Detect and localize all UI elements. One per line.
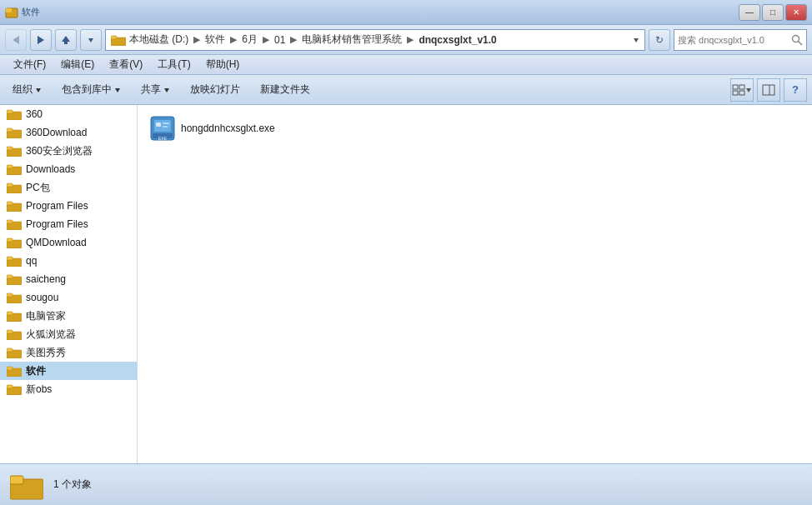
- svg-rect-15: [733, 85, 738, 89]
- svg-marker-14: [164, 88, 169, 92]
- sidebar-item-qq[interactable]: qq: [0, 252, 137, 270]
- window-icon: [5, 6, 18, 19]
- sidebar-item-pcguanjia[interactable]: 电脑管家: [0, 307, 137, 325]
- folder-icon: [7, 145, 22, 157]
- organize-dropdown-icon: [35, 87, 42, 93]
- help-button[interactable]: ?: [784, 78, 807, 102]
- slideshow-button[interactable]: 放映幻灯片: [183, 78, 248, 102]
- sidebar-item-sougou[interactable]: sougou: [0, 288, 137, 307]
- svg-rect-31: [7, 183, 13, 187]
- folder-icon: [7, 218, 22, 230]
- folder-icon-selected: [7, 365, 22, 377]
- svg-marker-4: [62, 36, 70, 42]
- svg-rect-33: [7, 202, 13, 205]
- sidebar-item-label: sougou: [26, 292, 58, 303]
- svg-rect-20: [763, 85, 774, 95]
- forward-button[interactable]: [30, 29, 52, 51]
- sidebar-item-software[interactable]: 软件: [0, 362, 137, 380]
- search-box[interactable]: [674, 29, 807, 51]
- svg-line-11: [799, 41, 803, 45]
- breadcrumb-dropdown-icon[interactable]: [633, 35, 639, 45]
- menu-help[interactable]: 帮助(H): [199, 57, 247, 73]
- sidebar-item-qmdownload[interactable]: QMDownload: [0, 233, 137, 252]
- sidebar-item-saicheng[interactable]: saicheng: [0, 270, 137, 288]
- preview-pane-button[interactable]: [757, 78, 780, 102]
- breadcrumb-part: 6月: [242, 32, 258, 47]
- svg-rect-53: [7, 385, 13, 388]
- sidebar-item-360download[interactable]: 360Download: [0, 123, 137, 142]
- svg-marker-12: [36, 88, 41, 92]
- status-bar: 1 个对象: [0, 463, 812, 505]
- sidebar-item-meitu[interactable]: 美图秀秀: [0, 343, 137, 362]
- breadcrumb-part: 软件: [205, 32, 225, 47]
- svg-marker-3: [38, 36, 44, 44]
- search-input[interactable]: [678, 35, 791, 45]
- sidebar-item-pc[interactable]: PC包: [0, 178, 137, 197]
- svg-rect-45: [7, 312, 13, 315]
- svg-rect-47: [7, 330, 13, 333]
- up-button[interactable]: [55, 29, 77, 51]
- breadcrumb-current: dnqcxsglxt_v1.0: [419, 34, 496, 46]
- sidebar-item-label: 360Download: [26, 127, 87, 138]
- svg-rect-5: [64, 42, 68, 44]
- file-item-exe[interactable]: EXE hongddnhcxsglxt.exe: [144, 112, 294, 145]
- sidebar[interactable]: 360 360Download 360安全浏览器 Downloads: [0, 105, 138, 463]
- search-icon: [791, 34, 803, 46]
- nav-bar: 本地磁盘 (D:) ▶ 软件 ▶ 6月 ▶ 01 ▶ 电脑耗材销售管理系统 ▶ …: [0, 25, 812, 55]
- sidebar-item-360browser[interactable]: 360安全浏览器: [0, 142, 137, 160]
- folder-icon: [7, 347, 22, 358]
- view-options-button[interactable]: [730, 78, 754, 102]
- share-dropdown-icon: [163, 87, 170, 93]
- recent-button[interactable]: [80, 29, 102, 51]
- sidebar-item-downloads[interactable]: Downloads: [0, 160, 137, 178]
- address-folder-icon: [111, 34, 126, 46]
- sidebar-item-programfiles1[interactable]: Program Files: [0, 197, 137, 215]
- share-button[interactable]: 共享: [133, 78, 178, 102]
- svg-rect-25: [7, 128, 13, 132]
- maximize-button[interactable]: □: [762, 4, 784, 21]
- title-bar-controls: — □ ✕: [739, 4, 807, 21]
- svg-rect-37: [7, 238, 13, 242]
- include-library-button[interactable]: 包含到库中: [54, 78, 128, 102]
- svg-rect-35: [7, 220, 13, 223]
- include-dropdown-icon: [114, 87, 121, 93]
- minimize-button[interactable]: —: [739, 4, 760, 21]
- folder-icon: [7, 310, 22, 322]
- main-area: 360 360Download 360安全浏览器 Downloads: [0, 105, 812, 463]
- svg-rect-43: [7, 293, 13, 297]
- status-text: 1 个对象: [53, 478, 92, 492]
- back-button[interactable]: [5, 29, 27, 51]
- sidebar-item-label: 电脑管家: [26, 309, 66, 323]
- title-bar-left: 软件: [5, 6, 40, 19]
- svg-marker-9: [634, 38, 639, 42]
- sidebar-item-programfiles2[interactable]: Program Files: [0, 215, 137, 233]
- svg-rect-58: [156, 122, 161, 127]
- help-icon: ?: [792, 83, 799, 96]
- menu-file[interactable]: 文件(F): [7, 57, 53, 73]
- svg-rect-23: [7, 110, 13, 113]
- view-dropdown-icon: [745, 87, 752, 93]
- close-button[interactable]: ✕: [785, 4, 807, 21]
- sidebar-item-label: 新obs: [26, 382, 52, 397]
- sidebar-item-label: 火狐浏览器: [26, 328, 76, 342]
- preview-pane-icon: [762, 84, 775, 96]
- sidebar-item-label: Downloads: [26, 163, 75, 175]
- refresh-button[interactable]: ↻: [649, 29, 670, 51]
- sidebar-item-firefox[interactable]: 火狐浏览器: [0, 325, 137, 343]
- file-area[interactable]: EXE hongddnhcxsglxt.exe: [138, 105, 812, 463]
- menu-edit[interactable]: 编辑(E): [54, 57, 101, 73]
- menu-tools[interactable]: 工具(T): [151, 57, 197, 73]
- sidebar-item-label: 360: [26, 108, 43, 120]
- folder-icon: [7, 163, 22, 175]
- toolbar: 组织 包含到库中 共享 放映幻灯片 新建文件夹: [0, 75, 812, 105]
- address-bar[interactable]: 本地磁盘 (D:) ▶ 软件 ▶ 6月 ▶ 01 ▶ 电脑耗材销售管理系统 ▶ …: [105, 29, 645, 51]
- svg-rect-62: [10, 476, 23, 484]
- folder-icon: [7, 200, 22, 212]
- organize-button[interactable]: 组织: [5, 78, 49, 102]
- sidebar-item-newobs[interactable]: 新obs: [0, 380, 137, 398]
- svg-marker-13: [115, 88, 120, 92]
- menu-view[interactable]: 查看(V): [103, 57, 149, 73]
- sidebar-item-360[interactable]: 360: [0, 105, 137, 123]
- new-folder-button[interactable]: 新建文件夹: [253, 78, 318, 102]
- folder-icon: [7, 255, 22, 267]
